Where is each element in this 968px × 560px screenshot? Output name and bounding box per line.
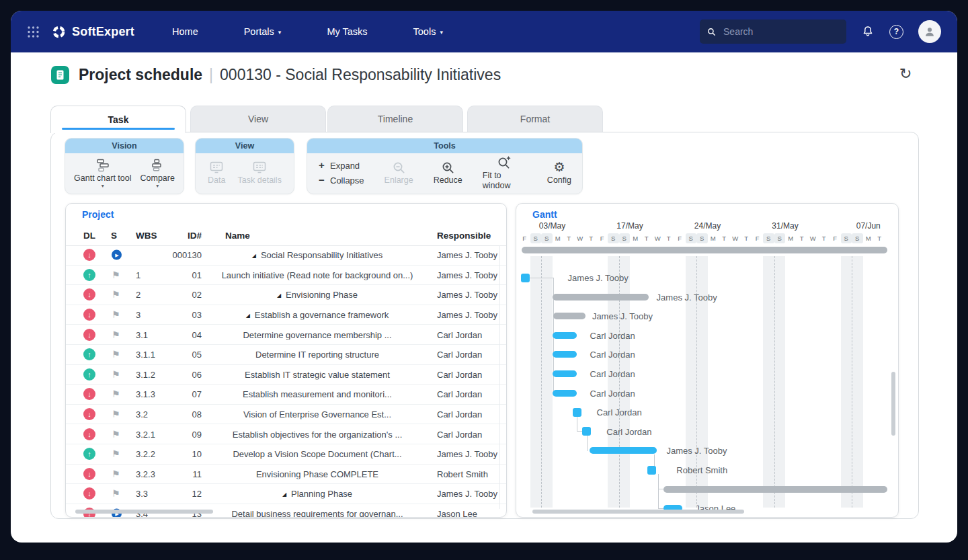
table-row[interactable]: ↓⚑3.1.307Establish measurement and monit… [66, 385, 506, 405]
chevron-down-icon: ▾ [440, 28, 443, 36]
gantt-chart-tool-button[interactable]: Gantt chart tool ▾ [74, 158, 131, 188]
deadline-down-icon: ↓ [83, 329, 95, 341]
timeline-day-label: T [719, 233, 730, 243]
gantt-task-bar[interactable] [553, 351, 577, 358]
ribbon-group-tools-title: Tools [307, 138, 582, 153]
project-table-header: DL S WBS ID# Name Responsible [66, 225, 506, 246]
timeline-day-label: M [553, 233, 564, 243]
page-title-primary: Project schedule [79, 66, 202, 83]
task-name-cell: Establish objectives for the organizatio… [214, 429, 421, 439]
column-header-id: ID# [167, 231, 202, 241]
responsible-cell: Carl Jordan [437, 329, 482, 339]
table-row[interactable]: ↑⚑101Launch initiative (Read note for ba… [66, 266, 506, 286]
flag-status-icon: ⚑ [112, 389, 120, 399]
table-row[interactable]: ↓⚑3.2.311Envisioning Phase COMPLETERober… [66, 465, 506, 485]
gantt-bar-label: Carl Jordan [590, 350, 635, 360]
table-row[interactable]: ↑⚑3.1.206Establish IT strategic value st… [66, 365, 506, 385]
timeline-day-label: T [586, 233, 597, 243]
deadline-up-icon: ↑ [83, 269, 95, 281]
collapse-triangle-icon[interactable]: ◢ [252, 253, 256, 259]
help-icon[interactable]: ? [889, 25, 903, 39]
expand-button[interactable]: + Expand [318, 161, 364, 171]
gantt-milestone[interactable] [582, 427, 591, 436]
plus-icon: + [318, 161, 325, 169]
compare-button[interactable]: Compare ▾ [140, 158, 175, 188]
project-panel-title: Project [82, 209, 114, 220]
project-horizontal-scrollbar[interactable] [75, 510, 213, 514]
status-cell: ⚑ [112, 310, 120, 320]
task-name-text: Envisioning Phase COMPLETE [256, 469, 378, 479]
wbs-cell: 3.2.1 [136, 429, 155, 439]
table-row[interactable]: ↓⚑3.312◢Planning PhaseJames J. Tooby [66, 484, 506, 504]
gantt-milestone[interactable] [521, 274, 530, 282]
gantt-task-bar[interactable] [553, 313, 586, 319]
collapse-triangle-icon[interactable]: ◢ [277, 292, 281, 298]
collapse-triangle-icon[interactable]: ◢ [246, 313, 250, 319]
gantt-milestone[interactable] [573, 408, 581, 417]
fit-to-window-button[interactable]: Fit to window [483, 155, 527, 191]
project-panel: Project DL S WBS ID# Name Responsible ↓▶… [65, 203, 507, 518]
person-icon [923, 25, 936, 38]
project-table-right-divider [499, 245, 500, 509]
main-menu: HomePortals▾My TasksTools▾ [172, 26, 443, 37]
tab-timeline[interactable]: Timeline [327, 106, 463, 132]
table-row[interactable]: ↓⚑3.104Determine governance membership .… [66, 325, 506, 345]
gantt-milestone[interactable] [647, 466, 656, 475]
gantt-vertical-scrollbar[interactable] [891, 372, 895, 436]
table-row[interactable]: ↑⚑3.1.105Determine IT reporting structur… [66, 345, 506, 365]
nav-item-home[interactable]: Home [172, 26, 198, 37]
notifications-bell-icon[interactable] [861, 25, 875, 38]
gantt-horizontal-scrollbar[interactable] [532, 510, 744, 514]
task-id-cell: 07 [167, 389, 202, 399]
gantt-summary-bar[interactable] [522, 247, 887, 253]
timeline-day-label: F [519, 233, 530, 243]
column-header-s: S [111, 231, 117, 241]
responsible-cell: James J. Tooby [437, 449, 497, 459]
nav-item-tools[interactable]: Tools▾ [413, 26, 443, 37]
table-row[interactable]: ↓⚑3.2.109Establish objectives for the or… [66, 424, 506, 444]
timeline-day-label: M [863, 233, 875, 243]
gantt-task-bar[interactable] [553, 390, 577, 397]
timeline-day-label: F [597, 233, 608, 243]
tab-label: Format [520, 114, 550, 124]
gantt-task-bar[interactable] [590, 447, 657, 454]
project-table-body: ↓▶000130◢Social Responsability Initiativ… [66, 245, 506, 518]
status-cell: ⚑ [112, 449, 120, 459]
wbs-cell: 1 [136, 270, 140, 280]
tab-view[interactable]: View [190, 106, 326, 132]
timeline-day-label: S [763, 233, 774, 243]
config-button[interactable]: ⚙ Config [547, 160, 571, 186]
task-name-text: Planning Phase [291, 489, 352, 499]
table-row[interactable]: ↓⚑3.208Vision of Enterprise Governance E… [66, 405, 506, 425]
nav-item-portals[interactable]: Portals▾ [244, 26, 282, 37]
week-gridline [541, 256, 542, 508]
tab-task[interactable]: Task [50, 106, 186, 133]
table-row[interactable]: ↓▶000130◢Social Responsability Initiativ… [66, 245, 506, 266]
gantt-task-bar[interactable] [663, 486, 887, 493]
deadline-up-icon: ↑ [83, 448, 95, 460]
task-name-cell: Determine IT reporting structure [214, 350, 421, 360]
timeline-week-label: 31/May [762, 221, 809, 231]
gantt-task-bar[interactable] [553, 332, 577, 339]
gantt-task-bar[interactable] [553, 294, 649, 301]
collapse-triangle-icon[interactable]: ◢ [282, 491, 286, 497]
app-launcher-icon[interactable] [27, 26, 40, 38]
wbs-cell: 3.1.1 [136, 350, 155, 360]
refresh-icon[interactable]: ↻ [899, 66, 912, 82]
search-box[interactable] [700, 19, 846, 44]
table-row[interactable]: ↓⚑303◢Establish a governance frameworkJa… [66, 305, 506, 325]
nav-item-my-tasks[interactable]: My Tasks [327, 26, 367, 37]
gantt-task-bar[interactable] [553, 370, 577, 377]
task-details-button: Task details [238, 160, 282, 186]
task-id-cell: 000130 [167, 250, 202, 260]
timeline-day-label: T [874, 233, 885, 243]
table-row[interactable]: ↓⚑202◢Envisioning PhaseJames J. Tooby [66, 285, 506, 305]
reduce-button[interactable]: Reduce [434, 160, 462, 186]
table-row[interactable]: ↑⚑3.2.210Develop a Vision Scope Document… [66, 444, 506, 465]
tab-format[interactable]: Format [467, 106, 603, 132]
task-details-icon [252, 160, 267, 175]
search-input[interactable] [722, 26, 839, 38]
softexpert-logo[interactable]: SoftExpert [52, 25, 134, 39]
user-avatar[interactable] [918, 20, 941, 43]
collapse-button[interactable]: − Collapse [318, 175, 364, 186]
